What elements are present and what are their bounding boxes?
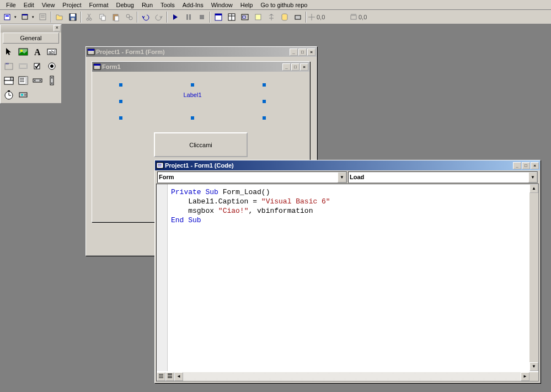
- toolbox-panel: × General A ab| xv: [0, 24, 62, 104]
- tool-checkbox[interactable]: [30, 59, 45, 73]
- toolbox-tab-general[interactable]: General: [3, 33, 59, 44]
- menu-window[interactable]: Window: [207, 1, 237, 9]
- hscroll-right-button[interactable]: ►: [521, 372, 529, 381]
- end-button[interactable]: [196, 11, 208, 23]
- svg-rect-67: [88, 49, 94, 51]
- properties-button[interactable]: [226, 11, 238, 23]
- svg-rect-15: [101, 16, 105, 20]
- menu-help[interactable]: Help: [237, 1, 257, 9]
- full-module-view-button[interactable]: [165, 372, 174, 381]
- menu-format[interactable]: Format: [85, 1, 113, 9]
- svg-rect-30: [255, 14, 261, 20]
- svg-point-12: [87, 18, 89, 20]
- object-combo[interactable]: Form ▼: [157, 171, 347, 183]
- tool-drivelistbox[interactable]: [16, 88, 30, 102]
- svg-rect-9: [71, 18, 74, 20]
- procedure-combo-dropdown[interactable]: ▼: [528, 172, 537, 182]
- svg-text:ab|: ab|: [49, 50, 55, 55]
- menu-tools[interactable]: Tools: [157, 1, 179, 9]
- menu-edit[interactable]: Edit: [20, 1, 38, 9]
- svg-rect-8: [71, 14, 75, 17]
- object-browser-button[interactable]: [252, 11, 264, 23]
- label1-control[interactable]: Label1: [121, 85, 264, 118]
- menu-addins[interactable]: Add-Ins: [179, 1, 207, 9]
- code-margin: [157, 184, 168, 371]
- svg-rect-56: [25, 77, 28, 84]
- code-vscrollbar[interactable]: ▲ ▼: [529, 184, 538, 371]
- copy-button[interactable]: [97, 11, 109, 23]
- menubar: File Edit View Project Format Debug Run …: [0, 0, 551, 10]
- data-view-button[interactable]: [279, 11, 291, 23]
- add-form-button[interactable]: [19, 11, 31, 23]
- tool-optionbutton[interactable]: [45, 59, 59, 73]
- add-form-dropdown[interactable]: ▾: [32, 15, 36, 19]
- menu-run[interactable]: Run: [138, 1, 157, 9]
- paste-button[interactable]: [110, 11, 122, 23]
- undo-button[interactable]: [140, 11, 152, 23]
- cut-button[interactable]: [83, 11, 95, 23]
- tool-textbox[interactable]: ab|: [45, 45, 59, 59]
- svg-text:xv: xv: [6, 62, 9, 65]
- open-button[interactable]: [54, 11, 66, 23]
- redo-button[interactable]: [153, 11, 165, 23]
- menu-github[interactable]: Go to github repo: [256, 1, 311, 9]
- toolbox-button[interactable]: [265, 11, 277, 23]
- break-button[interactable]: [183, 11, 195, 23]
- designer-maximize-button[interactable]: □: [298, 49, 307, 56]
- object-combo-value: Form: [159, 174, 174, 180]
- tool-vscrollbar[interactable]: [45, 73, 59, 88]
- project-explorer-button[interactable]: [212, 11, 224, 23]
- menu-project[interactable]: Project: [58, 1, 85, 9]
- code-text[interactable]: Private Sub Form_Load() Label1.Caption =…: [171, 185, 528, 371]
- tool-picturebox[interactable]: [16, 45, 30, 59]
- tool-hscrollbar[interactable]: [30, 73, 45, 88]
- tool-commandbutton[interactable]: [16, 59, 30, 73]
- code-titlebar[interactable]: Project1 - Form1 (Code) _ □ ×: [155, 160, 540, 170]
- procedure-combo[interactable]: Load ▼: [348, 171, 538, 183]
- save-button[interactable]: [67, 11, 79, 23]
- start-button[interactable]: [169, 11, 181, 23]
- hscroll-left-button[interactable]: ◄: [174, 372, 183, 381]
- object-combo-dropdown[interactable]: ▼: [338, 172, 346, 182]
- menu-view[interactable]: View: [38, 1, 59, 9]
- tool-listbox[interactable]: [16, 73, 30, 88]
- hscroll-track[interactable]: [183, 372, 521, 381]
- menu-editor-button[interactable]: [37, 11, 49, 23]
- tool-frame[interactable]: xv: [2, 59, 16, 73]
- vscroll-up-button[interactable]: ▲: [529, 184, 538, 193]
- vscroll-down-button[interactable]: ▼: [529, 362, 538, 371]
- component-button[interactable]: [292, 11, 304, 23]
- cliccami-button-control[interactable]: Cliccami: [154, 132, 248, 157]
- procedure-view-button[interactable]: [157, 372, 165, 381]
- tool-pointer[interactable]: [2, 45, 16, 59]
- menu-file[interactable]: File: [2, 1, 20, 9]
- form-icon: [87, 48, 95, 56]
- code-hscrollbar[interactable]: ◄ ►: [157, 372, 538, 381]
- tool-label[interactable]: A: [30, 45, 45, 59]
- toolbox-titlebar[interactable]: ×: [1, 25, 61, 33]
- designer-minimize-button[interactable]: _: [290, 49, 298, 56]
- svg-rect-3: [22, 14, 28, 15]
- code-window[interactable]: Project1 - Form1 (Code) _ □ × Form ▼ Loa…: [154, 160, 541, 383]
- form-layout-button[interactable]: [239, 11, 251, 23]
- code-editor[interactable]: Private Sub Form_Load() Label1.Caption =…: [156, 184, 539, 382]
- form-titlebar[interactable]: Form1 _ □ ×: [92, 62, 309, 72]
- designer-titlebar[interactable]: Project1 - Form1 (Form) _ □ ×: [86, 47, 317, 57]
- form-maximize-button[interactable]: □: [291, 63, 299, 71]
- form-close-button[interactable]: ×: [300, 63, 308, 71]
- designer-close-button[interactable]: ×: [307, 49, 315, 56]
- add-project-button[interactable]: [2, 11, 14, 23]
- svg-rect-70: [157, 163, 163, 168]
- main-toolbar: ▾ ▾ 0,0 0,0: [0, 10, 551, 24]
- code-minimize-button[interactable]: _: [513, 162, 521, 169]
- code-maximize-button[interactable]: □: [522, 162, 530, 169]
- add-project-dropdown[interactable]: ▾: [14, 15, 19, 19]
- tool-timer[interactable]: [2, 88, 16, 102]
- find-button[interactable]: [123, 11, 135, 23]
- tool-combobox[interactable]: [2, 73, 16, 88]
- position-icon: [308, 13, 315, 21]
- code-close-button[interactable]: ×: [531, 162, 539, 169]
- menu-debug[interactable]: Debug: [112, 1, 137, 9]
- form-minimize-button[interactable]: _: [282, 63, 291, 71]
- toolbox-close-button[interactable]: ×: [54, 25, 61, 31]
